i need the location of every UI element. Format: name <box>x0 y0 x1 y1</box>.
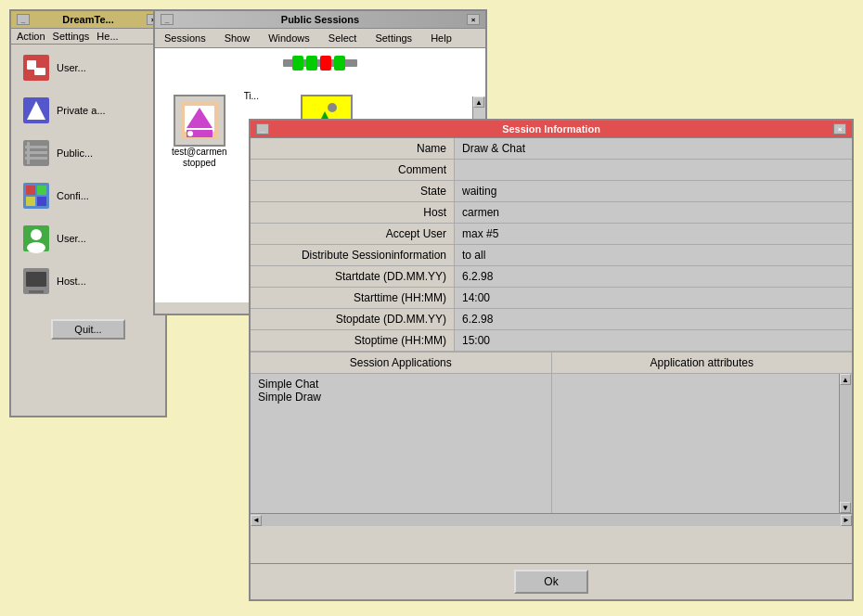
field-value-state[interactable]: waiting <box>455 181 852 201</box>
ps-menu-show[interactable]: Show <box>219 31 256 45</box>
sidebar-item-users2[interactable]: User... <box>15 219 161 258</box>
svg-point-31 <box>187 131 193 136</box>
public-sessions-titlebar: _ Public Sessions × <box>155 11 485 29</box>
sidebar-label-users: User... <box>57 62 86 73</box>
ps-menu-settings[interactable]: Settings <box>369 31 418 45</box>
app-scroll-up[interactable]: ▲ <box>840 374 851 385</box>
ps-menu-help[interactable]: Help <box>425 31 457 45</box>
apps-list[interactable]: Simple Chat Simple Draw <box>251 374 552 513</box>
si-minimize-btn[interactable]: _ <box>256 123 269 135</box>
field-row-state: State waiting <box>251 181 852 202</box>
dreamteam-menu-action[interactable]: Action <box>13 30 49 43</box>
ps-close-btn[interactable]: × <box>467 14 480 25</box>
config-icon <box>21 181 51 211</box>
field-label-name: Name <box>251 138 455 159</box>
svg-rect-2 <box>34 68 45 75</box>
private-icon <box>21 96 51 125</box>
app-scroll-down[interactable]: ▼ <box>840 502 851 513</box>
dreamteam-minimize-btn[interactable]: _ <box>17 14 30 25</box>
session-info-fields: Name Draw & Chat Comment State waiting H… <box>251 138 852 563</box>
field-label-state: State <box>251 181 455 201</box>
users-icon <box>21 53 51 83</box>
svg-rect-14 <box>37 197 46 206</box>
sidebar-item-users[interactable]: User... <box>15 48 161 87</box>
svg-rect-24 <box>306 56 317 71</box>
svg-rect-25 <box>320 56 331 71</box>
session-item-1[interactable]: test@carmen stopped <box>172 95 227 169</box>
svg-rect-23 <box>292 56 303 71</box>
public-sessions-title: Public Sessions <box>174 14 467 25</box>
ps-menu-windows[interactable]: Windows <box>263 31 316 45</box>
svg-rect-9 <box>27 142 30 164</box>
horizontal-scrollbar[interactable]: ◄ ► <box>251 513 852 526</box>
svg-point-16 <box>31 229 42 240</box>
dreamteam-menu-settings[interactable]: Settings <box>49 30 94 43</box>
field-value-starttime[interactable]: 14:00 <box>455 288 852 308</box>
field-label-host: Host <box>251 202 455 223</box>
svg-rect-12 <box>37 186 46 195</box>
field-label-stopdate: Stopdate (DD.MM.YY) <box>251 309 455 329</box>
session-info-title: Session Information <box>269 123 833 135</box>
sidebar: User... Private a... <box>11 45 165 304</box>
sidebar-item-public[interactable]: Public... <box>15 134 161 173</box>
ps-menu-select[interactable]: Select <box>323 31 363 45</box>
dreamteam-menu-help[interactable]: He... <box>93 30 122 43</box>
svg-rect-26 <box>334 56 345 71</box>
app-scrollbar[interactable]: ▲ ▼ <box>839 374 852 513</box>
app-item-2[interactable]: Simple Draw <box>258 391 544 404</box>
app-item-1[interactable]: Simple Chat <box>258 378 544 391</box>
field-row-stoptime: Stoptime (HH:MM) 15:00 <box>251 330 852 352</box>
field-value-stopdate[interactable]: 6.2.98 <box>455 309 852 329</box>
ps-menu-sessions[interactable]: Sessions <box>159 31 212 45</box>
dreamteam-titlebar: _ DreamTe... × <box>11 11 165 29</box>
session-info-window: _ Session Information × Name Draw & Chat… <box>249 119 854 601</box>
sidebar-label-host: Host... <box>57 276 86 287</box>
sidebar-label-config: Confi... <box>57 190 89 201</box>
session-ti-label: Ti... <box>244 87 259 101</box>
h-scroll-left[interactable]: ◄ <box>251 515 262 526</box>
field-label-startdate: Startdate (DD.MM.YY) <box>251 266 455 287</box>
ps-minimize-btn[interactable]: _ <box>161 14 174 25</box>
field-label-starttime: Starttime (HH:MM) <box>251 288 455 308</box>
h-scroll-right[interactable]: ► <box>841 515 852 526</box>
field-value-comment[interactable] <box>455 160 852 180</box>
app-attributes-list[interactable]: ▲ ▼ <box>552 374 853 513</box>
field-value-distribute[interactable]: to all <box>455 245 852 265</box>
apps-content-area: Simple Chat Simple Draw ▲ ▼ <box>251 374 852 513</box>
dreamteam-title: DreamTe... <box>30 14 147 25</box>
sidebar-label-public: Public... <box>57 148 93 159</box>
field-label-stoptime: Stoptime (HH:MM) <box>251 330 455 351</box>
sidebar-item-private[interactable]: Private a... <box>15 91 161 130</box>
dreamteam-window: _ DreamTe... × Action Settings He... Use… <box>9 9 167 417</box>
sidebar-item-config[interactable]: Confi... <box>15 176 161 215</box>
field-value-accept-user[interactable]: max #5 <box>455 224 852 244</box>
field-row-comment: Comment <box>251 160 852 181</box>
apps-header-left-label: Session Applications <box>251 353 552 373</box>
app-scroll-track <box>840 385 852 502</box>
svg-rect-19 <box>26 272 46 287</box>
session-apps-header: Session Applications Application attribu… <box>251 352 852 374</box>
ok-button[interactable]: Ok <box>514 570 588 594</box>
iol-icon-bar <box>155 48 485 78</box>
session-icon-1 <box>174 95 225 147</box>
apps-header-right-label: Application attributes <box>552 353 853 373</box>
sidebar-label-users2: User... <box>57 233 86 244</box>
svg-rect-21 <box>29 290 44 293</box>
sidebar-item-host[interactable]: Host... <box>15 262 161 301</box>
svg-rect-13 <box>26 197 35 206</box>
scroll-up-arrow[interactable]: ▲ <box>473 96 484 108</box>
svg-rect-11 <box>26 186 35 195</box>
field-value-host[interactable]: carmen <box>455 202 852 223</box>
dreamteam-menu: Action Settings He... <box>11 29 165 45</box>
field-row-name: Name Draw & Chat <box>251 138 852 160</box>
field-value-stoptime[interactable]: 15:00 <box>455 330 852 351</box>
ok-bar: Ok <box>251 563 852 599</box>
field-row-accept-user: Accept User max #5 <box>251 224 852 245</box>
si-close-btn[interactable]: × <box>833 123 846 135</box>
host-icon <box>21 266 51 296</box>
field-label-comment: Comment <box>251 160 455 180</box>
svg-rect-20 <box>32 287 40 290</box>
field-value-startdate[interactable]: 6.2.98 <box>455 266 852 287</box>
field-value-name[interactable]: Draw & Chat <box>455 138 852 159</box>
quit-button[interactable]: Quit... <box>51 319 125 340</box>
